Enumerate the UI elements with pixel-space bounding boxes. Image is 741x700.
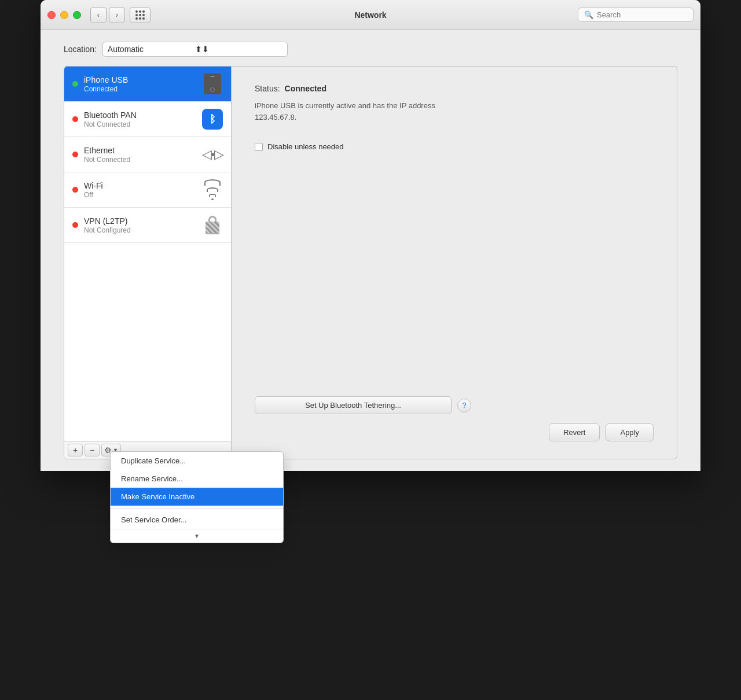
item-status-wifi: Off (84, 191, 202, 199)
item-name-iphone-usb: iPhone USB (84, 75, 202, 84)
stepper-icon: ⬆⬇ (195, 45, 283, 54)
bluetooth-icon: ᛒ (202, 109, 223, 130)
revert-button[interactable]: Revert (549, 423, 600, 441)
location-bar: Location: Automatic ⬆⬇ (64, 42, 677, 57)
item-name-wifi: Wi-Fi (84, 181, 202, 190)
sidebar-item-iphone-usb[interactable]: iPhone USB Connected (64, 67, 231, 102)
apply-button[interactable]: Apply (606, 423, 654, 441)
disable-checkbox-row: Disable unless needed (255, 142, 654, 151)
context-menu-item-set-order[interactable]: Set Service Order... (111, 511, 283, 529)
sidebar-item-vpn[interactable]: VPN (L2TP) Not Configured (64, 208, 231, 243)
main-panel: iPhone USB Connected Bluetooth PAN (64, 66, 677, 459)
item-name-bluetooth-pan: Bluetooth PAN (84, 110, 202, 120)
network-window: ‹ › Network 🔍 Location: (41, 0, 700, 471)
wifi-icon (202, 179, 223, 200)
traffic-lights (47, 11, 81, 19)
context-menu-arrow: ▼ (111, 529, 283, 543)
tethering-button[interactable]: Set Up Bluetooth Tethering... (255, 396, 452, 414)
content-area: Location: Automatic ⬆⬇ iPhone USB (41, 30, 700, 471)
context-menu-separator (111, 508, 283, 509)
ethernet-icon: ◁•▷ (202, 144, 223, 165)
detail-panel: Status: Connected iPhone USB is currentl… (232, 66, 677, 459)
forward-button[interactable]: › (109, 7, 125, 23)
back-button[interactable]: ‹ (90, 7, 107, 23)
search-input[interactable] (597, 10, 687, 19)
location-select[interactable]: Automatic ⬆⬇ (102, 42, 288, 57)
status-key: Status: (255, 84, 280, 93)
search-box[interactable]: 🔍 (578, 8, 694, 22)
sidebar-item-bluetooth-pan[interactable]: Bluetooth PAN Not Connected ᛒ (64, 102, 231, 137)
context-menu: Duplicate Service... Rename Service... M… (110, 451, 284, 543)
disable-checkbox[interactable] (255, 143, 263, 151)
window-title: Network (354, 10, 386, 20)
iphone-icon (202, 73, 223, 94)
location-value: Automatic (108, 45, 195, 54)
disable-label: Disable unless needed (267, 142, 344, 151)
item-status-bluetooth-pan: Not Connected (84, 120, 202, 128)
vpn-icon (202, 215, 223, 235)
context-menu-item-make-inactive[interactable]: Make Service Inactive (111, 488, 283, 506)
context-menu-item-rename[interactable]: Rename Service... (111, 470, 283, 488)
add-button[interactable]: + (68, 444, 83, 456)
status-description: iPhone USB is currently active and has t… (255, 100, 475, 123)
grid-button[interactable] (130, 7, 151, 23)
titlebar: ‹ › Network 🔍 (41, 0, 700, 30)
sidebar: iPhone USB Connected Bluetooth PAN (64, 66, 232, 459)
location-label: Location: (64, 45, 97, 54)
action-buttons-row: Revert Apply (255, 423, 654, 441)
status-dot-red-eth (72, 152, 78, 157)
sidebar-item-ethernet[interactable]: Ethernet Not Connected ◁•▷ (64, 137, 231, 172)
context-menu-item-duplicate[interactable]: Duplicate Service... (111, 452, 283, 470)
maximize-button[interactable] (73, 11, 81, 19)
search-icon: 🔍 (584, 10, 593, 19)
context-menu-wrapper: Duplicate Service... Rename Service... M… (110, 451, 284, 543)
remove-button[interactable]: − (85, 444, 100, 456)
minimize-button[interactable] (60, 11, 68, 19)
status-value: Connected (285, 84, 327, 93)
item-name-ethernet: Ethernet (84, 146, 202, 155)
network-list: iPhone USB Connected Bluetooth PAN (64, 67, 231, 441)
help-button[interactable]: ? (457, 399, 471, 412)
item-status-ethernet: Not Connected (84, 156, 202, 164)
item-name-vpn: VPN (L2TP) (84, 216, 202, 226)
status-row: Status: Connected (255, 84, 654, 93)
status-dot-green (72, 81, 78, 87)
grid-icon (135, 10, 145, 20)
sidebar-item-wifi[interactable]: Wi-Fi Off (64, 172, 231, 208)
status-dot-red-bt (72, 116, 78, 122)
status-dot-red-vpn (72, 222, 78, 228)
status-dot-red-wifi (72, 187, 78, 193)
item-status-iphone-usb: Connected (84, 85, 202, 93)
bottom-buttons-row: Set Up Bluetooth Tethering... ? (255, 396, 654, 414)
nav-buttons: ‹ › (90, 7, 125, 23)
item-status-vpn: Not Configured (84, 226, 202, 234)
close-button[interactable] (47, 11, 56, 19)
